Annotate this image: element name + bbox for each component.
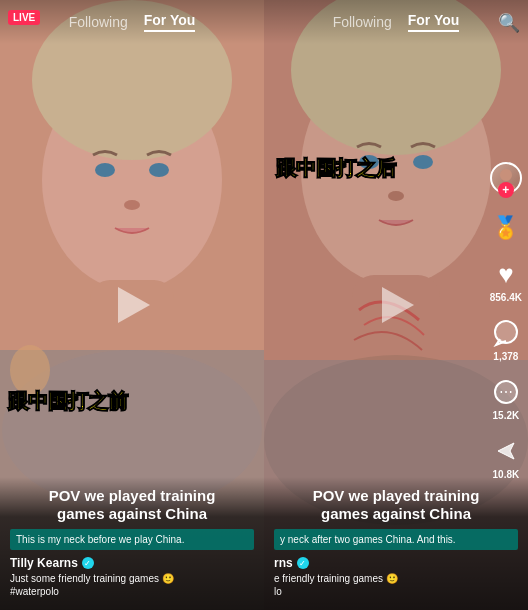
share-count: 10.8K — [493, 469, 520, 480]
bookmark-item[interactable]: ⋯ 15.2K — [490, 376, 522, 421]
right-caption: e friendly training games 🙂 lo — [274, 572, 518, 598]
left-nav-bar: LIVE Following For You — [0, 0, 264, 44]
left-following-tab[interactable]: Following — [69, 14, 128, 30]
left-cn-text: 跟中国打之前 — [8, 388, 128, 415]
search-icon[interactable]: 🔍 — [498, 12, 520, 34]
left-pov-title: POV we played training games against Chi… — [10, 487, 254, 523]
svg-text:⋯: ⋯ — [499, 384, 513, 400]
left-nav-links: Following For You — [69, 12, 196, 32]
svg-point-9 — [124, 200, 140, 210]
right-subtitle: y neck after two games China. And this. — [274, 529, 518, 550]
share-item[interactable]: 10.8K — [490, 435, 522, 480]
right-username: rns — [274, 556, 293, 570]
right-username-row: rns ✓ — [274, 556, 518, 570]
right-nav-links: Following For You — [333, 12, 460, 32]
olympics-item[interactable]: 🏅 — [490, 212, 522, 244]
olympics-icon: 🏅 — [490, 212, 522, 244]
svg-point-19 — [500, 169, 512, 181]
svg-point-7 — [95, 163, 115, 177]
right-nav-bar: Following For You 🔍 — [264, 0, 528, 44]
right-pov-title: POV we played training games against Chi… — [274, 487, 518, 523]
comment-count: 1,378 — [493, 351, 518, 362]
left-video-panel[interactable]: LIVE Following For You 跟中国打之前 POV we pla… — [0, 0, 264, 610]
left-username: Tilly Kearns — [10, 556, 78, 570]
right-cn-text: 跟中国打之后 — [276, 155, 396, 182]
heart-icon: ♥ — [490, 258, 522, 290]
live-badge: LIVE — [8, 10, 40, 25]
left-verified-badge: ✓ — [82, 557, 94, 569]
share-icon — [490, 435, 522, 467]
bookmark-icon: ⋯ — [490, 376, 522, 408]
like-count: 856.4K — [490, 292, 522, 303]
svg-point-17 — [413, 155, 433, 169]
left-subtitle: This is my neck before we play China. — [10, 529, 254, 550]
left-play-button[interactable] — [114, 287, 150, 323]
left-bottom-overlay: POV we played training games against Chi… — [0, 477, 264, 610]
action-sidebar: + 🏅 ♥ 856.4K 1,378 ⋯ — [490, 162, 522, 480]
main-container: LIVE Following For You 跟中国打之前 POV we pla… — [0, 0, 528, 610]
svg-point-21 — [495, 321, 517, 343]
right-bottom-overlay: POV we played training games against Chi… — [264, 477, 528, 610]
left-for-you-tab[interactable]: For You — [144, 12, 196, 32]
right-video-panel[interactable]: Following For You 🔍 跟中国打之后 + 🏅 — [264, 0, 528, 610]
right-verified-badge: ✓ — [297, 557, 309, 569]
avatar-item[interactable]: + — [490, 162, 522, 194]
comment-item[interactable]: 1,378 — [490, 317, 522, 362]
svg-point-18 — [388, 191, 404, 201]
right-following-tab[interactable]: Following — [333, 14, 392, 30]
follow-plus-btn[interactable]: + — [498, 182, 514, 198]
left-caption: Just some friendly training games 🙂 #wat… — [10, 572, 254, 598]
comment-icon — [490, 317, 522, 349]
bookmark-count: 15.2K — [493, 410, 520, 421]
like-item[interactable]: ♥ 856.4K — [490, 258, 522, 303]
right-for-you-tab[interactable]: For You — [408, 12, 460, 32]
svg-point-8 — [149, 163, 169, 177]
right-play-button[interactable] — [378, 287, 414, 323]
left-username-row: Tilly Kearns ✓ — [10, 556, 254, 570]
